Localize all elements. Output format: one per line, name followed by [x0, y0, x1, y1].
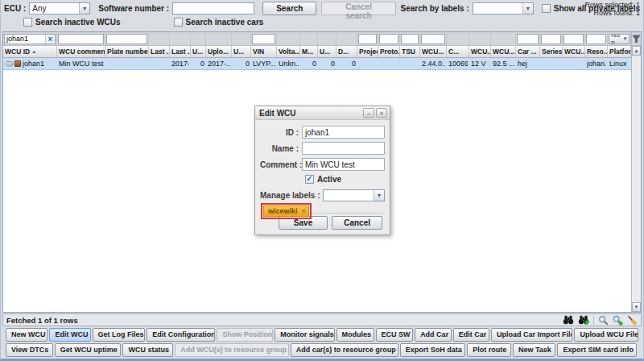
search-button[interactable]: Search [262, 2, 316, 15]
column-filter-project-13[interactable] [358, 34, 377, 44]
minimize-icon[interactable]: – [363, 108, 374, 118]
column-header-last-4[interactable]: Last ... [170, 46, 191, 57]
action-edit-wcu[interactable]: Edit WCU [49, 328, 90, 342]
manage-labels-select[interactable]: ▾ [323, 189, 385, 201]
column-header-uplo-6[interactable]: Uplo... [206, 46, 232, 57]
column-header-d-12[interactable]: D... [336, 46, 357, 57]
action-view-dtcs[interactable]: View DTCs [6, 343, 53, 357]
action-edit-configuration[interactable]: Edit Configuration [147, 328, 215, 342]
filter-cell-last-3 [149, 32, 170, 45]
action-upload-wcu-file[interactable]: Upload WCU File [574, 328, 638, 342]
column-header-wcu-18[interactable]: WCU... [469, 46, 491, 57]
column-header-u-5[interactable]: U... [191, 46, 206, 57]
column-filter-wcu-id[interactable]: johan1× [4, 34, 56, 44]
action-export-sim-card-info[interactable]: Export SIM card info [557, 343, 637, 357]
column-header-wcu-comment-1[interactable]: WCU comment [57, 46, 105, 57]
column-header-wcu-id-0[interactable]: WCU ID▲ [3, 46, 57, 57]
action-buttons: New WCUEdit WCUGet Log FilesEdit Configu… [6, 328, 638, 357]
cell-value: johan1 [23, 60, 44, 68]
cancel-button[interactable]: Cancel [332, 216, 382, 230]
column-filter-tsu-15[interactable] [401, 34, 419, 44]
column-filter-plate-number-2[interactable] [106, 34, 147, 44]
show-all-private-labels-checkbox[interactable] [542, 4, 551, 13]
column-header-car-20[interactable]: Car ... [516, 46, 540, 57]
close-icon[interactable]: × [376, 108, 387, 118]
cell-value: 0 [200, 60, 204, 68]
column-header-reso-23[interactable]: Reso... [585, 46, 608, 57]
column-header-series-21[interactable]: Series [540, 46, 563, 57]
remove-label-icon[interactable]: × [302, 207, 306, 215]
column-filter-wcu-22[interactable] [564, 34, 584, 44]
action-add-car-s-to-resource-group[interactable]: Add car(s) to resource group [291, 343, 398, 357]
column-header-wcu-22[interactable]: WCU... [563, 46, 585, 57]
column-filter-wcu-comment-1[interactable] [58, 34, 104, 44]
action-edit-car[interactable]: Edit Car [453, 328, 489, 342]
action-upload-car-import-file[interactable]: Upload Car Import File [491, 328, 572, 342]
label-chip-highlight: wicewiki × [261, 203, 312, 219]
cell-value: 2.44.0... [422, 60, 445, 68]
scroll-down-icon[interactable]: ▼ [632, 302, 641, 312]
column-header-volta-9[interactable]: Volta... [277, 46, 300, 57]
column-filter-vin-8[interactable] [252, 34, 275, 44]
cell-value: 0 [331, 60, 335, 68]
search-inactive-wcus-checkbox[interactable] [23, 18, 32, 27]
action-get-log-files[interactable]: Get Log Files [93, 328, 146, 342]
action-monitor-signals[interactable]: Monitor signals [275, 328, 334, 342]
vertical-scrollbar[interactable]: ▲ ▼ [631, 32, 641, 312]
cell-value: 2017-... [171, 60, 189, 68]
clear-filter-icon[interactable]: × [45, 35, 55, 44]
binoculars-add-icon[interactable] [578, 315, 589, 325]
name-input[interactable] [302, 142, 385, 155]
active-checkbox[interactable]: ✓ [305, 175, 314, 184]
action-new-wcu[interactable]: New WCU [6, 328, 47, 342]
column-header-u-7[interactable]: U... [232, 46, 251, 57]
magnifier-add-icon[interactable] [613, 315, 623, 326]
column-header-plate-number-2[interactable]: Plate number [105, 46, 149, 57]
binoculars-icon[interactable] [563, 315, 574, 325]
column-header-proto-14[interactable]: Proto... [378, 46, 400, 57]
column-header-vin-8[interactable]: VIN [251, 46, 277, 57]
column-header-m-10[interactable]: M... [300, 46, 318, 57]
column-header-platform-24[interactable]: Platform.. [608, 46, 631, 57]
broom-icon[interactable] [627, 315, 638, 326]
column-header-u-11[interactable]: U... [318, 46, 336, 57]
action-modules[interactable]: Modules [336, 328, 374, 342]
filter-cell-volta-9 [277, 32, 300, 45]
ecu-select-value: Any [32, 4, 46, 13]
column-header-wcu-16[interactable]: WCU... [420, 46, 447, 57]
column-filter-wcu-16[interactable] [421, 34, 445, 44]
label-chip[interactable]: wicewiki × [263, 205, 309, 217]
column-header-last-3[interactable]: Last ... [149, 46, 170, 57]
action-get-wcu-uptime[interactable]: Get WCU uptime [55, 343, 122, 357]
scrollbar-track[interactable] [632, 56, 641, 302]
column-filter-series-21[interactable] [541, 34, 561, 44]
search-by-labels-select[interactable]: ▾ [473, 2, 534, 15]
dialog-titlebar[interactable]: Edit WCU – × [255, 106, 390, 120]
column-filter-reso-23[interactable] [586, 34, 606, 44]
column-filter-car-20[interactable] [517, 34, 539, 44]
action-plot-route[interactable]: Plot route [467, 343, 511, 357]
id-label: ID : [260, 128, 302, 137]
search-inactive-cars-checkbox[interactable] [174, 18, 183, 27]
action-export-soh-data[interactable]: Export SoH data [400, 343, 466, 357]
preset-filter-dropdown[interactable]: No p...▾ [609, 34, 630, 44]
action-ecu-sw[interactable]: ECU SW [376, 328, 414, 342]
ecu-select[interactable]: Any ▾ [29, 2, 90, 15]
column-filter-proto-14[interactable] [379, 34, 398, 44]
column-header-project-13[interactable]: Project [357, 46, 378, 57]
column-filter-icon[interactable] [632, 32, 641, 46]
column-header-wcu-19[interactable]: WCU... [491, 46, 516, 57]
wcu-table-row[interactable]: johan1Min WCU test2017-...02017-...0LVYP… [3, 58, 631, 70]
software-number-input[interactable] [172, 2, 254, 15]
cell-value: 0 [246, 60, 250, 68]
scroll-up-icon[interactable]: ▲ [632, 46, 641, 56]
action-add-car[interactable]: Add Car [415, 328, 452, 342]
action-new-task[interactable]: New Task [513, 343, 555, 357]
comment-input[interactable] [302, 158, 385, 171]
magnifier-icon[interactable] [598, 315, 609, 326]
column-header-tsu-15[interactable]: TSU [400, 46, 420, 57]
cell-value: 0 [312, 60, 316, 68]
action-wcu-status[interactable]: WCU status [122, 343, 173, 357]
id-input[interactable] [302, 126, 385, 139]
column-header-c-17[interactable]: C... [447, 46, 469, 57]
